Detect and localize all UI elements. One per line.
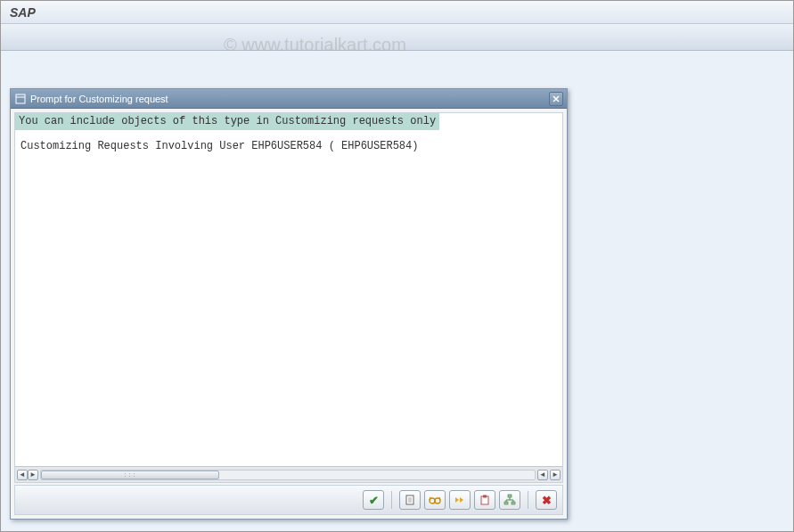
hierarchy-button[interactable] — [499, 490, 520, 510]
close-icon — [552, 94, 561, 103]
separator — [528, 491, 528, 509]
continue-button[interactable]: ✔ — [363, 490, 384, 510]
svg-rect-13 — [508, 495, 512, 497]
dialog-footer: ✔ — [14, 485, 563, 515]
separator — [391, 491, 392, 509]
dialog-icon — [14, 93, 27, 105]
scroll-left-end-arrow[interactable]: ◄ — [537, 470, 548, 480]
scroll-right-end-arrow[interactable]: ► — [550, 470, 561, 480]
double-arrow-icon — [453, 494, 467, 506]
display-button[interactable] — [424, 490, 446, 510]
customizing-request-dialog: Prompt for Customizing request You can i… — [10, 88, 568, 520]
clipboard-icon — [479, 494, 491, 506]
info-message: You can include objects of this type in … — [15, 113, 562, 129]
own-requests-button[interactable] — [449, 490, 471, 510]
dialog-titlebar: Prompt for Customizing request — [11, 89, 567, 109]
dialog-close-button[interactable] — [549, 92, 563, 106]
scrollbar-track[interactable]: ::: — [40, 470, 536, 480]
create-request-button[interactable] — [399, 490, 421, 510]
cancel-icon: ✖ — [542, 494, 552, 507]
svg-rect-14 — [504, 502, 508, 504]
info-message-text: You can include objects of this type in … — [15, 112, 439, 130]
app-header: SAP — [1, 1, 793, 24]
svg-rect-12 — [483, 495, 487, 498]
scroll-left-arrow[interactable]: ◄ — [17, 470, 28, 480]
app-title: SAP — [10, 5, 36, 20]
check-icon: ✔ — [369, 494, 379, 507]
tree-icon — [503, 494, 516, 506]
glasses-icon — [428, 494, 442, 506]
dialog-body: You can include objects of this type in … — [14, 112, 563, 483]
add-to-request-button[interactable] — [474, 490, 495, 510]
svg-rect-15 — [512, 502, 515, 504]
dialog-content: You can include objects of this type in … — [15, 113, 562, 466]
request-list-header: Customizing Requests Involving User EHP6… — [15, 140, 562, 152]
scrollbar-thumb[interactable]: ::: — [41, 471, 219, 479]
cancel-button[interactable]: ✖ — [536, 490, 557, 510]
horizontal-scrollbar[interactable]: ◄ ► ::: ◄ ► — [15, 466, 562, 482]
scroll-right-arrow[interactable]: ► — [28, 470, 38, 480]
svg-rect-0 — [16, 94, 25, 103]
document-icon — [404, 494, 416, 506]
app-toolbar — [1, 24, 793, 51]
dialog-title: Prompt for Customizing request — [30, 94, 549, 104]
